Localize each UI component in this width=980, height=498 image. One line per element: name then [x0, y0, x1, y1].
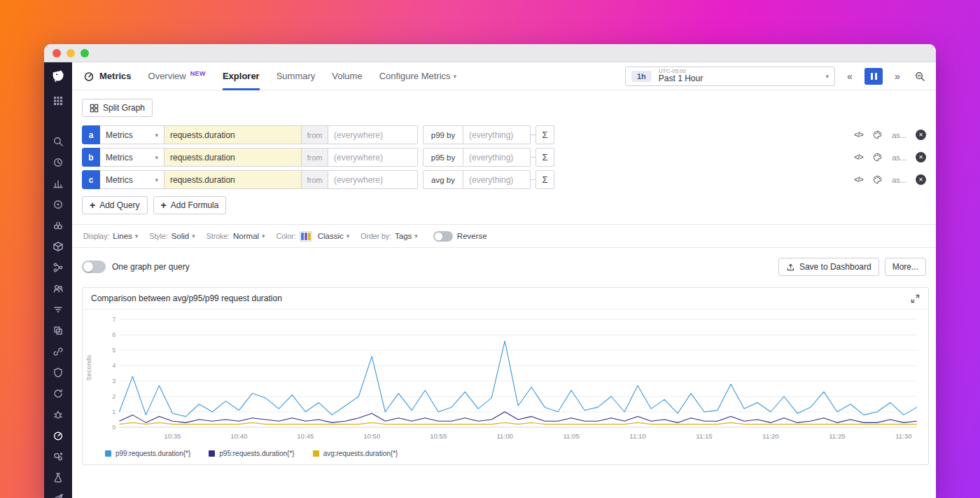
metric-name-input[interactable]: requests.duration: [164, 148, 302, 167]
query-source-select[interactable]: Metrics ▾: [100, 170, 164, 189]
stroke-label: Stroke:: [206, 232, 230, 240]
display-label: Display:: [83, 232, 109, 240]
apps-grid-icon[interactable]: [52, 95, 64, 106]
svg-text:11:20: 11:20: [762, 432, 778, 440]
synthetics-icon[interactable]: [52, 325, 64, 336]
code-view-button[interactable]: </>: [854, 176, 863, 184]
display-select[interactable]: Lines▾: [113, 232, 138, 240]
query-source-select[interactable]: Metrics ▾: [100, 148, 164, 167]
group-by-input[interactable]: (everything): [463, 148, 531, 167]
add-formula-button[interactable]: + Add Formula: [153, 196, 227, 214]
code-view-button[interactable]: </>: [854, 153, 863, 161]
security-shield-icon[interactable]: [52, 367, 64, 378]
chart-plot-area[interactable]: Seconds 0123456710:3510:4010:4510:5010:5…: [83, 310, 928, 445]
metric-name-input[interactable]: requests.duration: [164, 125, 302, 144]
query-letter-chip[interactable]: c: [82, 170, 100, 189]
tab-summary[interactable]: Summary: [276, 62, 316, 90]
remove-query-button[interactable]: ✕: [916, 130, 926, 140]
scope-input[interactable]: (everywhere): [328, 148, 418, 167]
aggregator-select[interactable]: avg by: [423, 170, 463, 189]
logs-filter-icon[interactable]: [52, 304, 64, 315]
timeseries-chart[interactable]: 0123456710:3510:4010:4510:5010:5511:0011…: [98, 315, 923, 445]
zoom-out-button[interactable]: [912, 68, 927, 85]
one-graph-per-query-toggle[interactable]: [82, 261, 106, 273]
metric-name-input[interactable]: requests.duration: [164, 170, 302, 189]
jump-back-button[interactable]: «: [842, 68, 858, 85]
query-letter-chip[interactable]: a: [82, 125, 100, 144]
users-icon[interactable]: [52, 283, 64, 294]
datadog-logo-icon[interactable]: [50, 69, 66, 84]
minimize-window-button[interactable]: [66, 49, 75, 57]
scope-input[interactable]: (everywhere): [328, 125, 418, 144]
aggregator-select[interactable]: p99 by: [423, 125, 463, 144]
watchdog-icon[interactable]: [52, 199, 64, 210]
dashboards-icon[interactable]: [52, 178, 64, 189]
remove-query-button[interactable]: ✕: [916, 174, 926, 185]
stroke-select[interactable]: Normal▾: [233, 232, 265, 240]
advanced-functions-button[interactable]: Σ: [536, 148, 554, 167]
palette-button[interactable]: [872, 174, 883, 185]
style-select[interactable]: Solid▾: [172, 232, 195, 240]
rewind-icon: «: [847, 71, 853, 82]
scope-input[interactable]: (everywhere): [328, 170, 418, 189]
pipelines-icon[interactable]: [52, 262, 64, 273]
expand-chart-button[interactable]: [911, 294, 920, 303]
display-options-bar: Display: Lines▾ Style: Solid▾ Stroke: No…: [72, 224, 936, 248]
refresh-icon[interactable]: [52, 388, 64, 399]
tab-explorer[interactable]: Explorer: [223, 62, 260, 90]
split-graph-button[interactable]: Split Graph: [82, 99, 153, 117]
reverse-toggle[interactable]: [433, 231, 453, 242]
remove-query-button[interactable]: ✕: [916, 152, 926, 162]
group-by-input[interactable]: (everything): [463, 125, 531, 144]
serverless-icon[interactable]: [52, 451, 64, 462]
paper-plane-icon[interactable]: [52, 493, 64, 498]
svg-text:11:10: 11:10: [629, 432, 645, 440]
legend-item-avg[interactable]: avg:requests.duration{*}: [313, 450, 398, 457]
advanced-functions-button[interactable]: Σ: [536, 170, 554, 189]
infrastructure-icon[interactable]: [52, 241, 64, 252]
tab-volume[interactable]: Volume: [332, 62, 362, 90]
search-icon[interactable]: [52, 136, 64, 147]
alias-button[interactable]: as...: [892, 176, 906, 184]
connector-line: [531, 134, 536, 135]
apm-icon[interactable]: [52, 220, 64, 231]
order-by-select[interactable]: Tags▾: [395, 232, 418, 240]
advanced-functions-button[interactable]: Σ: [536, 125, 554, 144]
tab-configure-metrics[interactable]: Configure Metrics ▾: [379, 62, 456, 90]
svg-text:2: 2: [112, 393, 115, 400]
query-row-c: c Metrics ▾ requests.duration from (ever…: [82, 170, 926, 189]
query-source-select[interactable]: Metrics ▾: [100, 125, 164, 144]
palette-button[interactable]: [872, 130, 883, 140]
close-window-button[interactable]: [52, 49, 61, 57]
metrics-gauge-icon[interactable]: [52, 430, 64, 441]
legend-item-p99[interactable]: p99:requests.duration{*}: [105, 450, 190, 457]
add-query-button[interactable]: + Add Query: [82, 196, 148, 214]
pause-button[interactable]: [864, 68, 883, 85]
alias-button[interactable]: as...: [892, 153, 906, 162]
alias-button[interactable]: as...: [892, 131, 906, 139]
chevron-down-icon: ▾: [346, 233, 350, 240]
order-by-label: Order by:: [360, 232, 391, 240]
aggregator-select[interactable]: p95 by: [423, 148, 463, 167]
tab-overview[interactable]: Overview NEW: [148, 62, 206, 90]
bug-icon[interactable]: [52, 409, 64, 420]
flask-icon[interactable]: [52, 472, 64, 483]
zoom-window-button[interactable]: [80, 49, 89, 57]
history-icon[interactable]: [52, 157, 64, 168]
legend-item-p95[interactable]: p95:requests.duration{*}: [209, 450, 294, 457]
save-to-dashboard-button[interactable]: Save to Dashboard: [778, 258, 879, 276]
time-range-picker[interactable]: 1h UTC-05:00 Past 1 Hour ▾: [625, 67, 835, 86]
more-button[interactable]: More...: [885, 258, 926, 276]
chart-card: Comparison between avg/p95/p99 request d…: [82, 287, 929, 465]
color-select[interactable]: Classic ▾: [300, 231, 350, 242]
code-view-button[interactable]: </>: [854, 131, 863, 139]
svg-text:10:40: 10:40: [230, 432, 247, 440]
chevron-down-icon: ▾: [454, 73, 457, 80]
jump-forward-button[interactable]: »: [890, 68, 905, 85]
chevron-down-icon: ▾: [155, 154, 158, 161]
integrations-link-icon[interactable]: [52, 346, 64, 357]
group-by-input[interactable]: (everything): [463, 170, 531, 189]
palette-button[interactable]: [872, 152, 883, 162]
query-letter-chip[interactable]: b: [82, 148, 100, 167]
svg-text:10:45: 10:45: [297, 432, 314, 440]
